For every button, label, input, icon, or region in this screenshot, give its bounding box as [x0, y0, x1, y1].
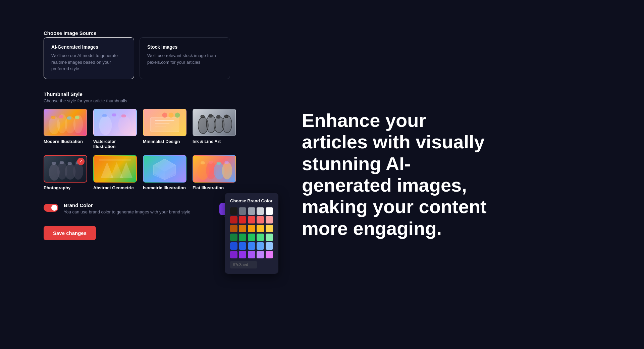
source-card-stock-title: Stock Images: [147, 44, 222, 50]
source-card-ai-title: AI-Generated Images: [51, 44, 126, 50]
color-swatch[interactable]: [239, 216, 246, 223]
color-swatch[interactable]: [248, 216, 255, 223]
color-swatch[interactable]: [257, 234, 264, 241]
color-swatch[interactable]: [230, 225, 237, 232]
color-swatch[interactable]: [239, 234, 246, 241]
svg-point-21: [162, 112, 167, 117]
color-swatch[interactable]: [239, 225, 246, 232]
style-item-modern-illustration[interactable]: Modern Illustration: [44, 109, 87, 149]
style-label-minimalist: Minimalist Design: [143, 139, 186, 144]
svg-rect-8: [75, 116, 79, 119]
style-item-flat[interactable]: Flat Illustration: [193, 155, 236, 190]
color-swatch[interactable]: [230, 251, 237, 258]
svg-rect-46: [99, 159, 131, 161]
color-grid-row2: [230, 216, 273, 223]
svg-rect-14: [112, 113, 116, 116]
left-panel: Choose Image Source AI-Generated Images …: [0, 0, 275, 349]
style-label-abstract: Abstract Geometric: [93, 185, 137, 190]
color-swatch[interactable]: [248, 234, 255, 241]
svg-rect-30: [209, 114, 212, 117]
source-card-stock[interactable]: Stock Images We'll use relevant stock im…: [140, 37, 230, 79]
thumbnail-style-label: Thumbnail Style: [44, 91, 231, 97]
color-swatch[interactable]: [248, 251, 255, 258]
svg-rect-38: [52, 162, 56, 165]
style-item-abstract[interactable]: Abstract Geometric: [93, 155, 137, 190]
toggle-wrapper: [44, 204, 58, 212]
color-swatch[interactable]: [230, 216, 237, 223]
svg-rect-39: [60, 161, 64, 164]
svg-rect-17: [150, 117, 179, 132]
brand-color-section: Brand Color You can use brand color to g…: [44, 202, 231, 215]
style-img-ink: [193, 109, 236, 136]
source-card-ai-desc: We'll use our AI model to generate realt…: [51, 52, 126, 72]
color-swatch[interactable]: [266, 207, 273, 215]
toggle-knob: [51, 205, 57, 211]
style-img-isometric: [143, 155, 186, 183]
svg-rect-15: [121, 114, 126, 117]
style-item-isometric[interactable]: Isometric Illustration: [143, 155, 186, 190]
style-label-watercolor: Watercolor Illustration: [93, 139, 137, 149]
color-grid-row4: [230, 234, 273, 241]
source-card-stock-desc: We'll use relevant stock image from pexe…: [147, 52, 222, 65]
svg-rect-31: [217, 115, 220, 118]
svg-rect-6: [59, 115, 63, 118]
color-swatch[interactable]: [230, 207, 237, 215]
style-label-modern: Modern Illustration: [44, 139, 87, 144]
color-swatch[interactable]: [257, 216, 264, 223]
svg-point-12: [118, 116, 131, 134]
brand-color-toggle[interactable]: [44, 204, 58, 212]
source-card-ai[interactable]: AI-Generated Images We'll use our AI mod…: [44, 37, 134, 79]
style-item-watercolor[interactable]: Watercolor Illustration: [93, 109, 137, 149]
color-swatch[interactable]: [266, 242, 273, 250]
brand-color-info: Brand Color You can use brand color to g…: [64, 202, 214, 214]
color-swatch[interactable]: [257, 251, 264, 258]
color-input-row: [230, 261, 273, 268]
source-cards: AI-Generated Images We'll use our AI mod…: [44, 37, 231, 79]
color-swatch[interactable]: [230, 242, 237, 250]
svg-rect-29: [201, 115, 204, 118]
svg-rect-40: [68, 162, 72, 165]
style-img-flat: [193, 155, 236, 183]
style-label-photography: Photography: [44, 185, 87, 190]
thumbnail-style-grid: Modern Illustration: [44, 109, 231, 190]
style-item-photography[interactable]: ✓ Photography: [44, 155, 87, 190]
svg-rect-60: [224, 161, 228, 164]
style-img-photography: ✓: [44, 155, 87, 183]
color-swatch[interactable]: [257, 207, 264, 215]
color-swatch[interactable]: [257, 225, 264, 232]
svg-rect-58: [209, 161, 213, 164]
color-grid-row3: [230, 225, 273, 232]
color-swatch[interactable]: [257, 242, 264, 250]
style-item-ink[interactable]: Ink & Line Art: [193, 109, 236, 149]
style-img-watercolor: [93, 109, 137, 136]
right-panel: Enhance your articles with visually stun…: [275, 0, 644, 349]
style-label-ink: Ink & Line Art: [193, 139, 236, 144]
color-swatch[interactable]: [248, 225, 255, 232]
brand-color-desc: You can use brand color to generate imag…: [64, 209, 214, 214]
color-hex-input[interactable]: [230, 261, 257, 268]
color-swatch[interactable]: [248, 207, 255, 215]
color-swatch[interactable]: [230, 234, 237, 241]
svg-rect-57: [201, 161, 205, 164]
svg-rect-5: [51, 116, 55, 119]
color-swatch[interactable]: [239, 251, 246, 258]
main-layout: Choose Image Source AI-Generated Images …: [0, 0, 644, 349]
thumbnail-style-sublabel: Choose the style for your article thumbn…: [44, 98, 231, 103]
color-swatch[interactable]: [239, 207, 246, 215]
color-swatch[interactable]: [266, 225, 273, 232]
svg-point-22: [168, 112, 173, 117]
style-item-minimalist[interactable]: Minimalist Design: [143, 109, 186, 149]
style-img-minimalist: [143, 109, 186, 136]
save-changes-button[interactable]: Save changes: [44, 226, 96, 240]
color-swatch[interactable]: [239, 242, 246, 250]
brand-color-title: Brand Color: [64, 202, 214, 208]
svg-rect-7: [67, 116, 71, 119]
svg-rect-32: [224, 115, 228, 118]
image-source-section: Choose Image Source AI-Generated Images …: [44, 30, 231, 79]
style-img-modern: [44, 109, 87, 136]
color-swatch[interactable]: [266, 251, 273, 258]
style-label-flat: Flat Illustration: [193, 185, 236, 190]
color-swatch[interactable]: [266, 234, 273, 241]
color-swatch[interactable]: [248, 242, 255, 250]
color-swatch[interactable]: [266, 216, 273, 223]
